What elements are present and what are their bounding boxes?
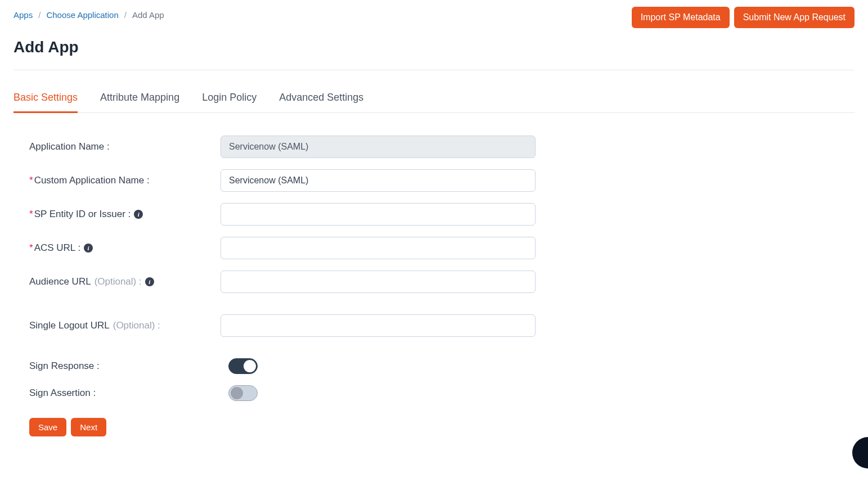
import-sp-metadata-button[interactable]: Import SP Metadata [632,7,730,28]
header-divider [14,70,854,70]
save-button[interactable]: Save [29,418,66,436]
tab-advanced-settings[interactable]: Advanced Settings [279,92,363,113]
single-logout-url-input[interactable] [221,314,536,337]
custom-application-name-input[interactable] [221,169,536,192]
label-sign-assertion: Sign Assertion : [29,388,221,399]
breadcrumb: Apps / Choose Application / Add App [14,7,164,20]
label-sp-entity-id: *SP Entity ID or Issuer : i [29,209,221,220]
audience-url-input[interactable] [221,271,536,293]
info-icon[interactable]: i [145,277,154,286]
next-button[interactable]: Next [71,418,106,436]
chat-bubble-icon[interactable] [852,437,868,459]
label-acs-url: *ACS URL : i [29,242,221,254]
label-audience-url: Audience URL (Optional) : i [29,276,221,287]
info-icon[interactable]: i [134,210,143,219]
label-custom-application-name: *Custom Application Name : [29,175,221,186]
tabs: Basic Settings Attribute Mapping Login P… [14,92,854,113]
breadcrumb-sep: / [124,10,127,20]
label-single-logout-url: Single Logout URL (Optional) : [29,320,221,331]
breadcrumb-apps[interactable]: Apps [14,10,33,20]
tab-basic-settings[interactable]: Basic Settings [14,92,78,113]
tab-attribute-mapping[interactable]: Attribute Mapping [100,92,179,113]
breadcrumb-sep: / [38,10,41,20]
sign-response-toggle[interactable] [228,358,258,374]
page-title: Add App [14,38,854,56]
info-icon[interactable]: i [84,244,93,253]
acs-url-input[interactable] [221,237,536,259]
breadcrumb-choose-application[interactable]: Choose Application [46,10,118,20]
sign-assertion-toggle[interactable] [228,385,258,401]
tab-login-policy[interactable]: Login Policy [202,92,257,113]
label-sign-response: Sign Response : [29,361,221,372]
application-name-input [221,136,536,158]
sp-entity-id-input[interactable] [221,203,536,226]
submit-new-app-request-button[interactable]: Submit New App Request [734,7,854,28]
label-application-name: Application Name : [29,141,221,152]
breadcrumb-current: Add App [132,10,164,20]
